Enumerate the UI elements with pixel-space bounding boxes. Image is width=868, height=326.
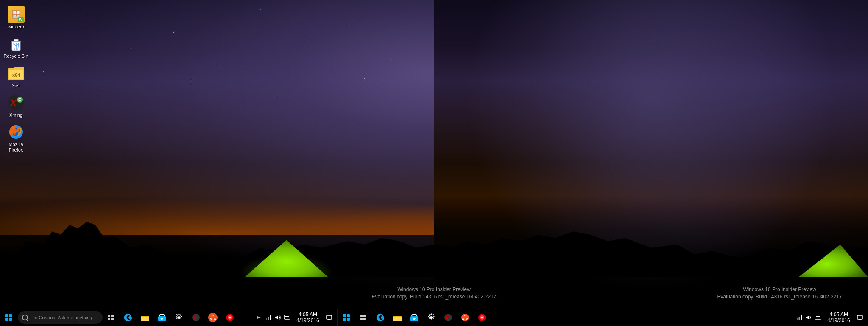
taskbar-file-explorer-right[interactable] bbox=[389, 309, 406, 326]
taskbar: I'm Cortana. Ask me anything. bbox=[0, 309, 868, 326]
taskbar-settings-right[interactable] bbox=[423, 309, 440, 326]
tray-action-center[interactable] bbox=[283, 309, 291, 326]
tent-left bbox=[234, 238, 339, 277]
cortana-placeholder: I'm Cortana. Ask me anything. bbox=[31, 315, 93, 320]
cortana-search[interactable]: I'm Cortana. Ask me anything. bbox=[18, 311, 103, 324]
svg-rect-62 bbox=[799, 317, 800, 320]
winaero-icon: 🪟 W bbox=[8, 6, 25, 23]
taskbar-app-red[interactable] bbox=[221, 309, 238, 326]
clock-left[interactable]: 4:05 AM 4/19/2016 bbox=[293, 309, 323, 326]
svg-text:★: ★ bbox=[413, 317, 416, 321]
desktop-icon-x64[interactable]: x64 x64 bbox=[0, 63, 32, 90]
svg-point-24 bbox=[212, 315, 213, 316]
svg-point-17 bbox=[178, 316, 180, 319]
taskbar-store-right[interactable]: ★ bbox=[406, 309, 423, 326]
x64-label: x64 bbox=[12, 83, 20, 88]
taskbar-ubuntu-right[interactable] bbox=[457, 309, 474, 326]
tray-icons-left bbox=[253, 309, 293, 326]
svg-point-25 bbox=[215, 319, 215, 320]
desktop-icons: 🪟 W winaero Recycle Bin bbox=[0, 4, 32, 155]
taskbar-edge-right[interactable] bbox=[372, 309, 389, 326]
svg-rect-8 bbox=[108, 315, 110, 317]
desktop-icon-firefox[interactable]: Mozilla Firefox bbox=[0, 122, 32, 155]
svg-text:X: X bbox=[9, 98, 17, 108]
recycle-bin-label: Recycle Bin bbox=[3, 53, 28, 59]
svg-rect-37 bbox=[285, 318, 288, 318]
clock-date: 4/19/2016 bbox=[296, 318, 319, 323]
svg-rect-14 bbox=[141, 316, 144, 317]
windows-logo bbox=[5, 314, 12, 321]
xming-label: Xming bbox=[9, 112, 22, 118]
tray-action-center-right[interactable] bbox=[814, 309, 822, 326]
notification-button[interactable] bbox=[323, 309, 335, 326]
ubuntu-icon bbox=[208, 313, 218, 322]
svg-text:★: ★ bbox=[160, 317, 164, 321]
svg-rect-11 bbox=[111, 318, 114, 320]
taskbar-pinned-apps-right: ★ X bbox=[372, 309, 491, 326]
system-tray-right: 4:05 AM 4/19/2016 bbox=[793, 309, 868, 326]
svg-rect-42 bbox=[363, 318, 366, 320]
search-icon bbox=[22, 315, 28, 320]
svg-text:F: F bbox=[18, 98, 21, 103]
desktop-icon-xming[interactable]: X F Xming bbox=[0, 93, 32, 120]
taskbar-xming-right[interactable]: X bbox=[440, 309, 457, 326]
tray-volume[interactable] bbox=[274, 309, 282, 326]
svg-point-55 bbox=[465, 315, 466, 316]
svg-marker-34 bbox=[275, 315, 278, 320]
svg-point-56 bbox=[467, 319, 468, 320]
svg-rect-40 bbox=[363, 315, 366, 317]
svg-rect-63 bbox=[801, 315, 802, 320]
svg-rect-39 bbox=[360, 315, 363, 317]
taskbar-edge[interactable] bbox=[120, 309, 137, 326]
clock-time-right: 4:05 AM bbox=[829, 312, 848, 318]
taskbar-store[interactable]: ★ bbox=[154, 309, 170, 326]
svg-rect-31 bbox=[266, 318, 267, 320]
clock-right[interactable]: 4:05 AM 4/19/2016 bbox=[824, 309, 854, 326]
tent-glow-left bbox=[240, 254, 333, 277]
svg-rect-61 bbox=[797, 318, 798, 320]
task-view-button-right[interactable] bbox=[355, 309, 372, 326]
taskbar-settings[interactable] bbox=[170, 309, 187, 326]
start-button-right[interactable] bbox=[338, 309, 355, 326]
svg-rect-9 bbox=[111, 315, 114, 317]
svg-rect-66 bbox=[816, 316, 820, 317]
svg-marker-64 bbox=[806, 315, 809, 320]
tray-volume-right[interactable] bbox=[804, 309, 813, 326]
svg-rect-41 bbox=[360, 318, 363, 320]
svg-rect-35 bbox=[284, 315, 290, 319]
xming-icon: X F bbox=[8, 94, 25, 111]
svg-rect-33 bbox=[270, 315, 271, 320]
windows-logo-right bbox=[343, 314, 350, 321]
svg-text:X: X bbox=[445, 315, 449, 321]
notification-button-right[interactable] bbox=[854, 309, 866, 326]
taskbar-ubuntu[interactable] bbox=[204, 309, 221, 326]
tray-network-right[interactable] bbox=[795, 309, 804, 326]
svg-rect-10 bbox=[108, 318, 110, 320]
tray-expand[interactable] bbox=[255, 309, 263, 326]
tray-icons-right bbox=[793, 309, 824, 326]
svg-point-57 bbox=[463, 319, 463, 320]
svg-point-26 bbox=[210, 319, 211, 320]
svg-point-29 bbox=[229, 317, 231, 318]
svg-rect-65 bbox=[815, 315, 821, 319]
svg-text:X: X bbox=[193, 315, 197, 321]
desktop-icon-winaero[interactable]: 🪟 W winaero bbox=[0, 4, 32, 31]
taskbar-pinned-apps: ★ X bbox=[120, 309, 238, 326]
firefox-label: Mozilla Firefox bbox=[2, 142, 30, 153]
tent-right bbox=[798, 244, 868, 277]
desktop-icon-recycle-bin[interactable]: Recycle Bin bbox=[0, 34, 32, 61]
desktop-background bbox=[0, 0, 868, 326]
system-tray-left: 4:05 AM 4/19/2016 bbox=[253, 309, 337, 326]
start-button[interactable] bbox=[0, 309, 17, 326]
search-handle bbox=[26, 320, 28, 322]
taskbar-app-red-right[interactable] bbox=[474, 309, 491, 326]
task-view-button[interactable] bbox=[103, 309, 120, 326]
clock-date-right: 4/19/2016 bbox=[827, 318, 850, 323]
recycle-bin-icon bbox=[8, 35, 25, 52]
svg-marker-30 bbox=[257, 316, 261, 319]
taskbar-xming[interactable]: X bbox=[187, 309, 204, 326]
taskbar-file-explorer[interactable] bbox=[137, 309, 154, 326]
tray-network[interactable] bbox=[264, 309, 273, 326]
svg-rect-38 bbox=[327, 315, 332, 319]
svg-rect-36 bbox=[285, 316, 289, 317]
